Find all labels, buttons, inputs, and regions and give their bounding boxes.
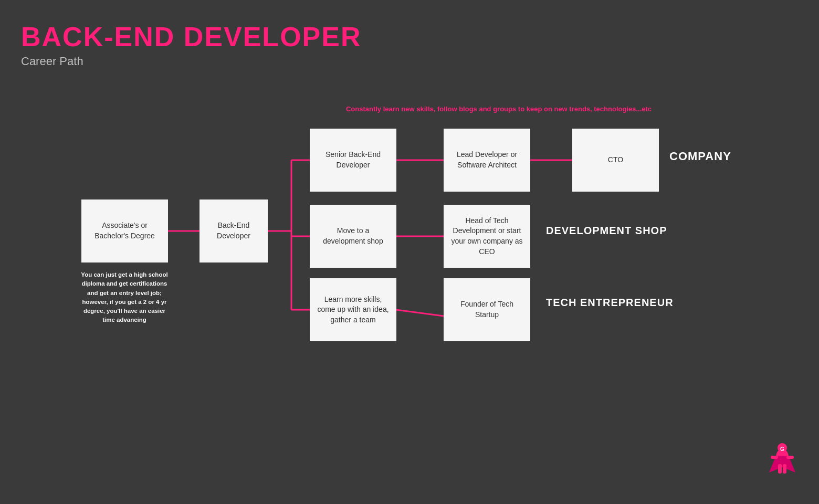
head-tech-box: Head of Tech Development or start your o…: [444, 205, 530, 268]
backend-dev-box: Back-End Developer: [200, 200, 268, 262]
cto-box: CTO: [572, 129, 659, 192]
svg-text:G: G: [780, 446, 784, 452]
header-section: BACK-END DEVELOPER Career Path: [21, 21, 362, 68]
move-dev-shop-box: Move to a development shop: [310, 205, 396, 268]
lead-dev-box: Lead Developer or Software Architect: [444, 129, 530, 192]
svg-rect-14: [778, 464, 782, 474]
senior-dev-box: Senior Back-End Developer: [310, 129, 396, 192]
page-title: BACK-END DEVELOPER: [21, 21, 362, 52]
learn-skills-box: Learn more skills, come up with an idea,…: [310, 278, 396, 341]
degree-box: Associate's or Bachelor's Degree: [81, 200, 168, 262]
superhero-icon: G: [766, 441, 798, 483]
founder-box: Founder of Tech Startup: [444, 278, 530, 341]
svg-line-10: [396, 310, 444, 316]
page-subtitle: Career Path: [21, 55, 362, 68]
svg-rect-15: [783, 464, 786, 474]
svg-rect-16: [771, 456, 778, 459]
company-label: COMPANY: [669, 150, 731, 163]
tip-text: Constantly learn new skills, follow blog…: [315, 105, 682, 113]
dev-shop-label: DEVELOPMENT SHOP: [546, 225, 667, 237]
degree-note: You can just get a high school diploma a…: [80, 270, 169, 325]
tech-entrepreneur-label: TECH ENTREPRENEUR: [546, 297, 674, 309]
svg-rect-17: [786, 456, 794, 459]
